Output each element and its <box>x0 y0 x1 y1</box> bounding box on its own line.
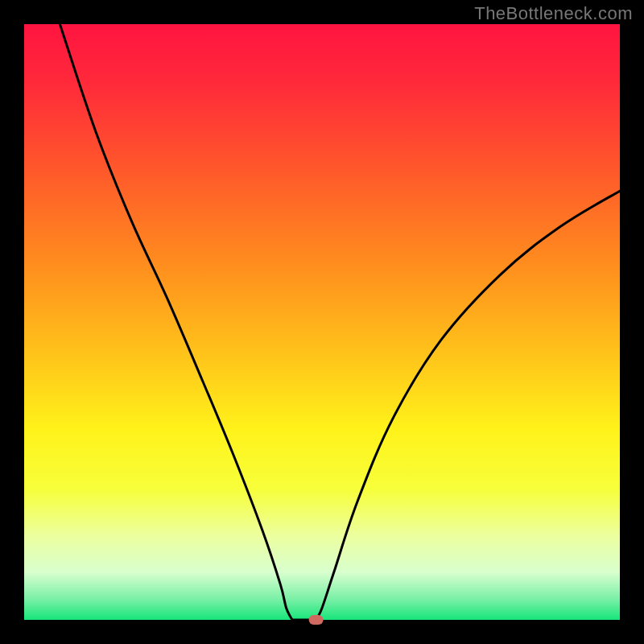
plot-background <box>24 24 620 620</box>
optimal-point-marker <box>309 615 324 625</box>
watermark-text: TheBottleneck.com <box>474 3 633 24</box>
chart-frame: TheBottleneck.com <box>0 0 644 644</box>
bottleneck-chart <box>0 0 644 644</box>
